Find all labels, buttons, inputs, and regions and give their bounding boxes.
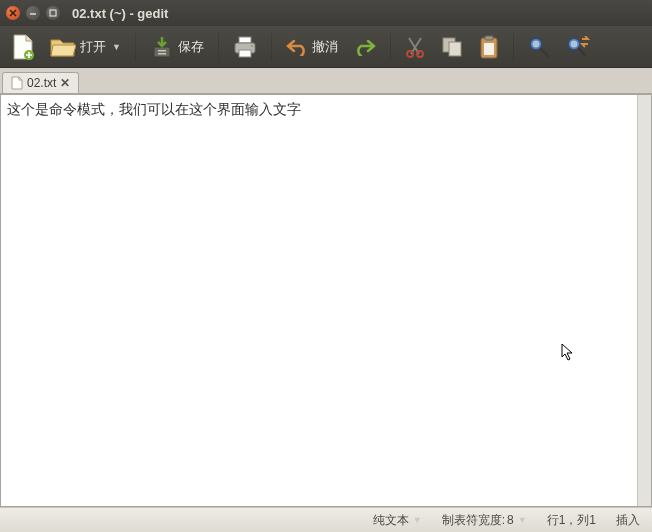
insert-mode: 插入 [616, 512, 640, 529]
toolbar-separator [271, 33, 272, 61]
window-close-button[interactable] [6, 6, 20, 20]
svg-rect-0 [50, 10, 56, 16]
svg-rect-4 [158, 53, 166, 55]
svg-point-8 [251, 45, 253, 47]
window-minimize-button[interactable] [26, 6, 40, 20]
dropdown-icon: ▼ [413, 515, 422, 525]
paste-icon [479, 35, 499, 59]
filetype-selector[interactable]: 纯文本 ▼ [373, 512, 422, 529]
toolbar-separator [390, 33, 391, 61]
svg-rect-3 [158, 50, 166, 52]
undo-icon [286, 38, 308, 56]
save-label: 保存 [178, 38, 204, 56]
document-icon [11, 76, 23, 90]
redo-button[interactable] [348, 34, 382, 60]
cut-icon [405, 36, 425, 58]
filetype-label: 纯文本 [373, 512, 409, 529]
svg-point-19 [570, 40, 577, 47]
find-button[interactable] [522, 32, 556, 62]
document-tab[interactable]: 02.txt ✕ [2, 72, 79, 93]
svg-rect-5 [239, 37, 251, 43]
svg-rect-7 [239, 50, 251, 57]
window-title: 02.txt (~) - gedit [72, 6, 168, 21]
titlebar: 02.txt (~) - gedit [0, 0, 652, 26]
open-button[interactable]: 打开 ▼ [44, 32, 127, 62]
editor-content[interactable]: 这个是命令模式，我们可以在这个界面输入文字 [1, 95, 651, 124]
open-dropdown-icon: ▼ [112, 42, 121, 52]
toolbar-separator [218, 33, 219, 61]
print-button[interactable] [227, 32, 263, 62]
svg-point-17 [532, 40, 539, 47]
cut-button[interactable] [399, 32, 431, 62]
editor-area[interactable]: 这个是命令模式，我们可以在这个界面输入文字 [0, 94, 652, 507]
copy-icon [441, 36, 463, 58]
undo-button[interactable]: 撤消 [280, 34, 344, 60]
find-replace-button[interactable] [560, 32, 596, 62]
dropdown-icon: ▼ [518, 515, 527, 525]
tabwidth-selector[interactable]: 制表符宽度: 8 ▼ [442, 512, 527, 529]
tabwidth-label: 制表符宽度: [442, 512, 505, 529]
tab-bar: 02.txt ✕ [0, 68, 652, 94]
new-file-icon [12, 34, 34, 60]
new-file-button[interactable] [6, 30, 40, 64]
find-replace-icon [566, 36, 590, 58]
copy-button[interactable] [435, 32, 469, 62]
find-icon [528, 36, 550, 58]
window-maximize-button[interactable] [46, 6, 60, 20]
svg-point-10 [417, 51, 423, 57]
save-button[interactable]: 保存 [144, 31, 210, 63]
svg-rect-12 [449, 42, 461, 56]
toolbar-separator [135, 33, 136, 61]
svg-rect-14 [485, 36, 493, 40]
open-label: 打开 [80, 38, 106, 56]
toolbar-separator [513, 33, 514, 61]
toolbar: 打开 ▼ 保存 撤消 [0, 26, 652, 68]
redo-icon [354, 38, 376, 56]
svg-rect-2 [154, 47, 170, 57]
tab-filename: 02.txt [27, 76, 56, 90]
tabwidth-value: 8 [507, 513, 514, 527]
print-icon [233, 36, 257, 58]
open-folder-icon [50, 36, 76, 58]
cursor-position: 行1，列1 [547, 512, 596, 529]
tab-close-icon[interactable]: ✕ [60, 76, 70, 90]
undo-label: 撤消 [312, 38, 338, 56]
save-icon [150, 35, 174, 59]
svg-rect-15 [484, 43, 494, 55]
vertical-scrollbar[interactable] [637, 95, 651, 506]
paste-button[interactable] [473, 31, 505, 63]
svg-point-9 [407, 51, 413, 57]
status-bar: 纯文本 ▼ 制表符宽度: 8 ▼ 行1，列1 插入 [0, 507, 652, 532]
